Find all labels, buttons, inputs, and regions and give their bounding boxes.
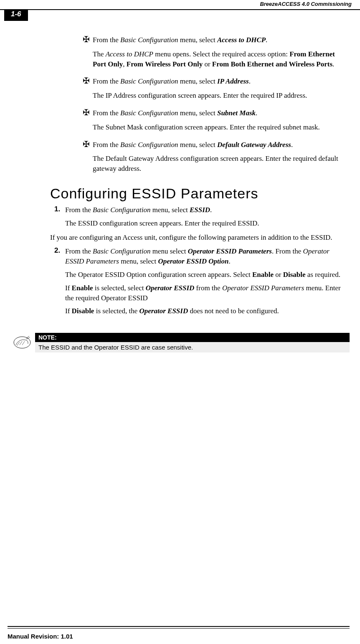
maltese-cross-icon: ✠ bbox=[79, 108, 93, 118]
bullet-text: From the Basic Configuration menu, selec… bbox=[93, 76, 350, 86]
bullet-sub-para: The Subnet Mask configuration screen app… bbox=[93, 122, 350, 132]
maltese-cross-icon: ✠ bbox=[79, 35, 93, 45]
step-2-sub: If Disable is selected, the Operator ESS… bbox=[65, 306, 350, 316]
doc-title: BreezeACCESS 4.0 Commissioning bbox=[256, 1, 352, 7]
maltese-cross-icon: ✠ bbox=[79, 76, 93, 86]
bullet-sub-para: The IP Address configuration screen appe… bbox=[93, 91, 350, 101]
note-head: NOTE: bbox=[35, 333, 350, 342]
bullet-text: From the Basic Configuration menu, selec… bbox=[93, 35, 350, 45]
bullet-text: From the Basic Configuration menu, selec… bbox=[93, 140, 350, 150]
content-area: ✠From the Basic Configuration menu, sele… bbox=[50, 35, 350, 316]
intermediate-para: If you are configuring an Access unit, c… bbox=[50, 233, 350, 243]
step-2: 2. From the Basic Configuration menu sel… bbox=[54, 246, 350, 266]
step-number: 2. bbox=[54, 246, 65, 266]
bullet-text: From the Basic Configuration menu, selec… bbox=[93, 108, 350, 118]
bullet-item: ✠From the Basic Configuration menu, sele… bbox=[79, 108, 350, 118]
bullet-item: ✠From the Basic Configuration menu, sele… bbox=[79, 35, 350, 45]
note-body: NOTE: The ESSID and the Operator ESSID a… bbox=[35, 333, 350, 352]
bullet-item: ✠From the Basic Configuration menu, sele… bbox=[79, 76, 350, 86]
step-1: 1. From the Basic Configuration menu, se… bbox=[54, 205, 350, 215]
maltese-cross-icon: ✠ bbox=[79, 140, 93, 150]
note-block: NOTE: The ESSID and the Operator ESSID a… bbox=[13, 333, 350, 352]
step-text: From the Basic Configuration menu select… bbox=[65, 246, 350, 266]
footer: Manual Revision: 1.01 bbox=[8, 626, 350, 640]
footer-text: Manual Revision: 1.01 bbox=[8, 633, 350, 640]
note-text: The ESSID and the Operator ESSID are cas… bbox=[35, 342, 350, 352]
section-heading: Configuring ESSID Parameters bbox=[50, 185, 350, 202]
page-number: 1-6 bbox=[4, 9, 28, 21]
step-2-sub: The Operator ESSID Option configuration … bbox=[65, 270, 350, 280]
header-bar: 1-6 BreezeACCESS 4.0 Commissioning bbox=[0, 9, 360, 23]
bullet-sub-para: The Access to DHCP menu opens. Select th… bbox=[93, 49, 350, 69]
note-icon bbox=[13, 333, 35, 352]
step-2-sub: If Enable is selected, select Operator E… bbox=[65, 283, 350, 303]
step-1-sub: The ESSID configuration screen appears. … bbox=[65, 218, 350, 228]
step-number: 1. bbox=[54, 205, 65, 215]
bullet-sub-para: The Default Gateway Address configuratio… bbox=[93, 154, 350, 174]
step-text: From the Basic Configuration menu, selec… bbox=[65, 205, 350, 215]
page: 1-6 BreezeACCESS 4.0 Commissioning ✠From… bbox=[0, 0, 360, 644]
bullet-item: ✠From the Basic Configuration menu, sele… bbox=[79, 140, 350, 150]
